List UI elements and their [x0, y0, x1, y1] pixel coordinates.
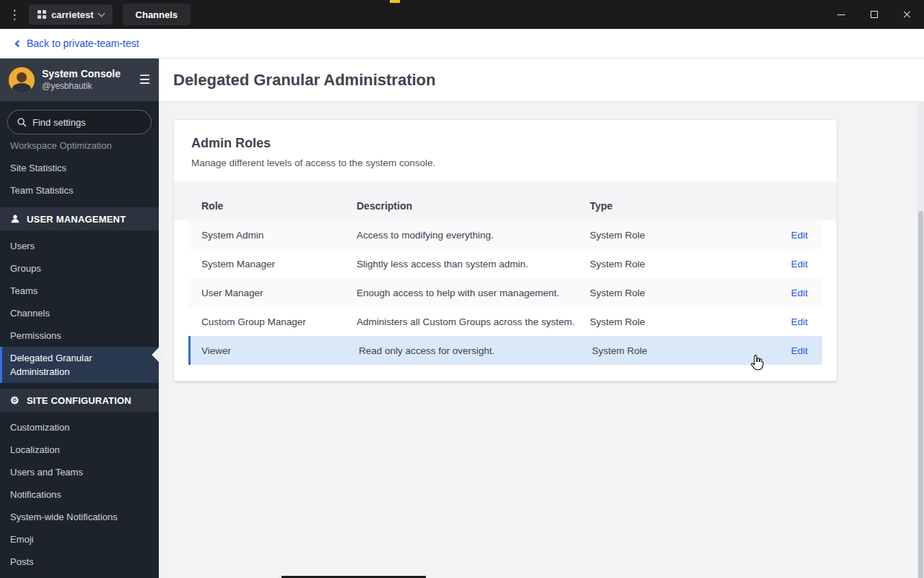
description-cell: Read only access for oversight. [346, 345, 579, 356]
card-title: Admin Roles [191, 136, 819, 151]
card-subtitle: Manage different levels of access to the… [191, 158, 819, 168]
sidebar-item-delegated-granular-administration[interactable]: Delegated Granular Administration [0, 347, 159, 383]
sidebar-item-workspace-optimization[interactable]: Workspace Optimization [0, 142, 159, 157]
sidebar-item-emoji[interactable]: Emoji [0, 528, 159, 551]
description-cell: Enough access to help with user manageme… [344, 288, 577, 298]
close-button[interactable] [891, 0, 924, 29]
search-input[interactable] [32, 117, 134, 128]
sidebar-item-groups[interactable]: Groups [0, 257, 159, 280]
edit-link[interactable]: Edit [791, 345, 808, 356]
sidebar-item-posts[interactable]: Posts [0, 551, 159, 573]
column-header-role: Role [188, 200, 344, 212]
type-cell: System Role [577, 230, 743, 241]
sidebar-section-site-configuration: ⚙ SITE CONFIGURATION [0, 389, 159, 412]
main-content: Delegated Granular Administration Admin … [159, 59, 924, 578]
table-row-highlighted: Viewer Read only access for oversight. S… [188, 336, 822, 365]
menu-icon[interactable]: ☰ [139, 72, 150, 87]
gear-icon: ⚙ [9, 395, 20, 406]
console-title: System Console [42, 68, 121, 81]
role-cell: User Manager [188, 288, 344, 298]
type-cell: System Role [577, 259, 743, 269]
sidebar-item-system-wide-notifications[interactable]: System-wide Notifications [0, 506, 159, 528]
sidebar-item-channels[interactable]: Channels [0, 302, 159, 324]
edit-link[interactable]: Edit [791, 259, 808, 269]
grid-icon [38, 10, 46, 19]
close-icon [903, 10, 912, 19]
main-header: Delegated Granular Administration [159, 59, 924, 102]
sidebar-item-users[interactable]: Users [0, 235, 159, 257]
sidebar-header-text: System Console @yesbhautik [42, 68, 121, 92]
chevron-down-icon [97, 9, 105, 17]
artifact-top [390, 0, 400, 3]
role-cell: Custom Group Manager [188, 316, 344, 327]
description-cell: Administers all Custom Groups across the… [344, 316, 577, 327]
search-icon [17, 117, 27, 127]
app-menu-icon[interactable]: ⋮ [0, 7, 29, 22]
role-cell: Viewer [191, 345, 346, 356]
sidebar-scroll-area: Workspace Optimization Site Statistics T… [0, 142, 159, 578]
system-console-sidebar: System Console @yesbhautik ☰ Workspace O… [0, 59, 159, 578]
edit-link[interactable]: Edit [791, 288, 808, 298]
table-body: System Admin Access to modifying everyth… [174, 220, 837, 381]
server-selector[interactable]: carrietest [29, 4, 113, 25]
sidebar-search [0, 101, 159, 142]
card-header: Admin Roles Manage different levels of a… [174, 120, 837, 181]
chevron-left-icon [15, 40, 22, 48]
table-row: System Manager Slightly less access than… [188, 249, 822, 278]
maximize-icon [871, 11, 878, 18]
server-name: carrietest [51, 9, 94, 20]
sidebar-item-teams[interactable]: Teams [0, 280, 159, 302]
section-label: USER MANAGEMENT [27, 214, 126, 225]
search-pill[interactable] [7, 110, 152, 134]
scrollbar-track[interactable] [918, 103, 924, 578]
tab-channels[interactable]: Channels [123, 4, 191, 25]
type-cell: System Role [577, 288, 743, 298]
column-header-description: Description [344, 200, 577, 212]
minimize-button[interactable] [824, 0, 858, 29]
scrollbar-thumb[interactable] [918, 211, 923, 578]
role-cell: System Manager [188, 259, 344, 269]
table-row: System Admin Access to modifying everyth… [188, 220, 822, 249]
sidebar-item-localization[interactable]: Localization [0, 439, 159, 461]
back-to-team-link[interactable]: Back to private-team-test [16, 38, 139, 49]
avatar[interactable] [9, 67, 35, 93]
table-row: Custom Group Manager Administers all Cus… [188, 307, 822, 336]
table-row: User Manager Enough access to help with … [188, 278, 822, 307]
type-cell: System Role [579, 345, 743, 356]
minimize-icon [837, 14, 845, 15]
sidebar-section-user-management: USER MANAGEMENT [0, 207, 159, 230]
window-titlebar: ⋮ carrietest Channels [0, 0, 924, 29]
sidebar-item-file-sharing-and-downloads[interactable]: File Sharing and Downloads [0, 573, 159, 578]
back-bar: Back to private-team-test [0, 29, 924, 59]
main-body: Admin Roles Manage different levels of a… [159, 102, 924, 578]
sidebar-item-site-statistics[interactable]: Site Statistics [0, 157, 159, 179]
sidebar-item-permissions[interactable]: Permissions [0, 324, 159, 347]
console-username: @yesbhautik [42, 81, 121, 92]
sidebar-item-notifications[interactable]: Notifications [0, 483, 159, 506]
description-cell: Slightly less access than system admin. [344, 259, 577, 269]
section-label: SITE CONFIGURATION [27, 395, 131, 406]
back-link-label: Back to private-team-test [27, 38, 139, 49]
sidebar-header: System Console @yesbhautik ☰ [0, 59, 159, 101]
table-header-band: Role Description Type [174, 181, 837, 220]
edit-link[interactable]: Edit [791, 230, 808, 241]
sidebar-item-team-statistics[interactable]: Team Statistics [0, 179, 159, 202]
column-header-type: Type [577, 200, 743, 212]
users-icon [9, 214, 20, 225]
maximize-button[interactable] [858, 0, 891, 29]
table-header-row: Role Description Type [188, 191, 822, 220]
description-cell: Access to modifying everything. [344, 230, 577, 241]
admin-roles-card: Admin Roles Manage different levels of a… [173, 119, 837, 381]
sidebar-item-users-and-teams[interactable]: Users and Teams [0, 461, 159, 483]
edit-link[interactable]: Edit [791, 316, 808, 327]
page-title: Delegated Granular Administration [173, 71, 435, 90]
type-cell: System Role [577, 316, 743, 327]
sidebar-item-customization[interactable]: Customization [0, 416, 159, 439]
role-cell: System Admin [188, 230, 344, 241]
